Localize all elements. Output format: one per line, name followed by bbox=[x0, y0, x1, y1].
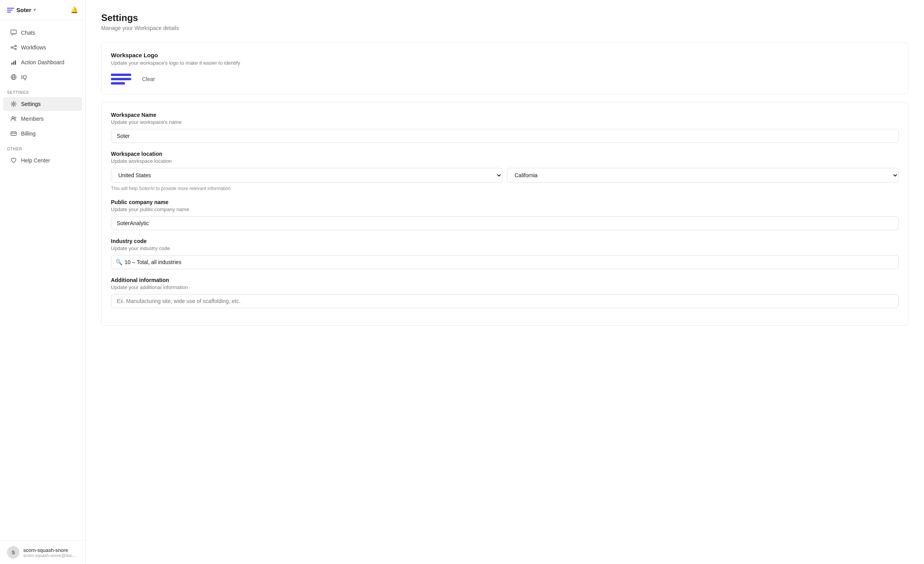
country-select[interactable]: United States Canada United Kingdom Aust… bbox=[111, 168, 502, 183]
sidebar-header: Soter ▾ 🔔 bbox=[0, 0, 85, 20]
chat-icon bbox=[10, 29, 17, 36]
brand-chevron: ▾ bbox=[33, 7, 36, 12]
sidebar: Soter ▾ 🔔 Chats bbox=[0, 0, 86, 564]
industry-code-group: Industry code Update your industry code … bbox=[111, 238, 899, 269]
additional-info-label: Additional information bbox=[111, 277, 899, 283]
globe-icon bbox=[10, 74, 17, 81]
sidebar-item-workflows[interactable]: Workflows bbox=[3, 41, 82, 55]
workspace-name-sublabel: Update your workspace's name bbox=[111, 119, 899, 125]
svg-point-3 bbox=[15, 48, 16, 50]
user-profile[interactable]: S scorn-squash-snore scorn-squash-snore@… bbox=[0, 540, 85, 564]
location-row: United States Canada United Kingdom Aust… bbox=[111, 168, 899, 183]
sidebar-item-help-center[interactable]: Help Center bbox=[3, 153, 82, 167]
svg-line-5 bbox=[12, 48, 15, 49]
svg-rect-15 bbox=[11, 132, 16, 136]
sidebar-item-settings-label: Settings bbox=[21, 101, 41, 107]
sidebar-item-chats-label: Chats bbox=[21, 30, 35, 36]
location-hint: This will help SoterAI to provide more r… bbox=[111, 186, 899, 191]
sidebar-brand[interactable]: Soter ▾ bbox=[7, 7, 36, 13]
public-company-input[interactable] bbox=[111, 216, 899, 230]
notification-bell-icon[interactable]: 🔔 bbox=[70, 6, 78, 14]
svg-point-12 bbox=[13, 103, 15, 105]
svg-point-1 bbox=[11, 47, 12, 48]
industry-code-search-wrapper: 🔍 bbox=[111, 255, 899, 269]
settings-section-label: SETTINGS bbox=[0, 86, 85, 96]
gear-icon bbox=[10, 100, 17, 108]
user-info: scorn-squash-snore scorn-squash-snore@du… bbox=[23, 547, 78, 558]
industry-code-input[interactable] bbox=[111, 255, 899, 269]
sidebar-item-billing[interactable]: Billing bbox=[3, 127, 82, 141]
workspace-location-group: Workspace location Update workspace loca… bbox=[111, 151, 899, 191]
other-section-label: OTHER bbox=[0, 142, 85, 153]
avatar: S bbox=[7, 546, 19, 559]
workspace-location-label: Workspace location bbox=[111, 151, 899, 157]
user-email: scorn-squash-snore@duck.c... bbox=[23, 553, 78, 558]
svg-rect-0 bbox=[11, 30, 16, 34]
additional-info-input[interactable] bbox=[111, 294, 899, 308]
brand-name: Soter bbox=[16, 7, 31, 13]
sidebar-item-settings[interactable]: Settings bbox=[3, 97, 82, 111]
workspace-logo-card: Workspace Logo Update your workspace's l… bbox=[101, 42, 908, 94]
svg-line-4 bbox=[12, 46, 15, 48]
user-name: scorn-squash-snore bbox=[23, 547, 78, 553]
sidebar-item-iq-label: IQ bbox=[21, 74, 27, 80]
additional-info-sublabel: Update your additional information bbox=[111, 284, 899, 290]
sidebar-item-action-dashboard-label: Action Dashboard bbox=[21, 59, 64, 65]
logo-preview bbox=[111, 74, 131, 85]
sidebar-item-iq[interactable]: IQ bbox=[3, 70, 82, 84]
svg-point-14 bbox=[14, 117, 16, 118]
workspace-logo-card-title: Workspace Logo bbox=[111, 52, 899, 58]
sidebar-item-action-dashboard[interactable]: Action Dashboard bbox=[3, 55, 82, 69]
svg-point-13 bbox=[12, 117, 14, 119]
industry-code-label: Industry code bbox=[111, 238, 899, 244]
workspace-name-group: Workspace Name Update your workspace's n… bbox=[111, 112, 899, 143]
bar-chart-icon bbox=[10, 59, 17, 66]
sidebar-item-chats[interactable]: Chats bbox=[3, 26, 82, 40]
main-content: Settings Manage your Workspace details W… bbox=[86, 0, 924, 564]
clear-logo-button[interactable]: Clear bbox=[139, 74, 158, 84]
heart-icon bbox=[10, 157, 17, 164]
page-title: Settings bbox=[101, 12, 908, 23]
workspace-location-sublabel: Update workspace location bbox=[111, 158, 899, 164]
public-company-label: Public company name bbox=[111, 199, 899, 205]
page-subtitle: Manage your Workspace details bbox=[101, 25, 908, 31]
svg-rect-8 bbox=[15, 60, 16, 65]
industry-code-sublabel: Update your industry code bbox=[111, 245, 899, 251]
sidebar-item-members-label: Members bbox=[21, 116, 44, 122]
sidebar-item-help-center-label: Help Center bbox=[21, 157, 50, 164]
sidebar-item-billing-label: Billing bbox=[21, 130, 35, 137]
public-company-sublabel: Update your public company name bbox=[111, 206, 899, 212]
logo-line-1 bbox=[111, 74, 131, 76]
workspace-name-label: Workspace Name bbox=[111, 112, 899, 118]
svg-rect-7 bbox=[13, 62, 14, 65]
logo-line-2 bbox=[111, 78, 131, 80]
logo-area: Clear bbox=[111, 74, 899, 85]
sidebar-item-workflows-label: Workflows bbox=[21, 44, 46, 51]
workspace-logo-card-desc: Update your workspace's logo to make it … bbox=[111, 60, 899, 66]
workspace-details-card: Workspace Name Update your workspace's n… bbox=[101, 102, 908, 326]
brand-icon bbox=[7, 8, 14, 12]
people-icon bbox=[10, 115, 17, 122]
state-select[interactable]: California New York Texas Florida bbox=[507, 168, 899, 183]
svg-rect-6 bbox=[11, 63, 12, 65]
workspace-name-input[interactable] bbox=[111, 129, 899, 143]
sidebar-item-members[interactable]: Members bbox=[3, 112, 82, 126]
public-company-group: Public company name Update your public c… bbox=[111, 199, 899, 230]
sidebar-nav: Chats Workflows bbox=[0, 20, 85, 540]
additional-info-group: Additional information Update your addit… bbox=[111, 277, 899, 308]
logo-line-3 bbox=[111, 82, 125, 85]
workflow-icon bbox=[10, 44, 17, 51]
search-icon: 🔍 bbox=[116, 259, 122, 265]
svg-point-2 bbox=[15, 45, 16, 47]
card-icon bbox=[10, 130, 17, 137]
